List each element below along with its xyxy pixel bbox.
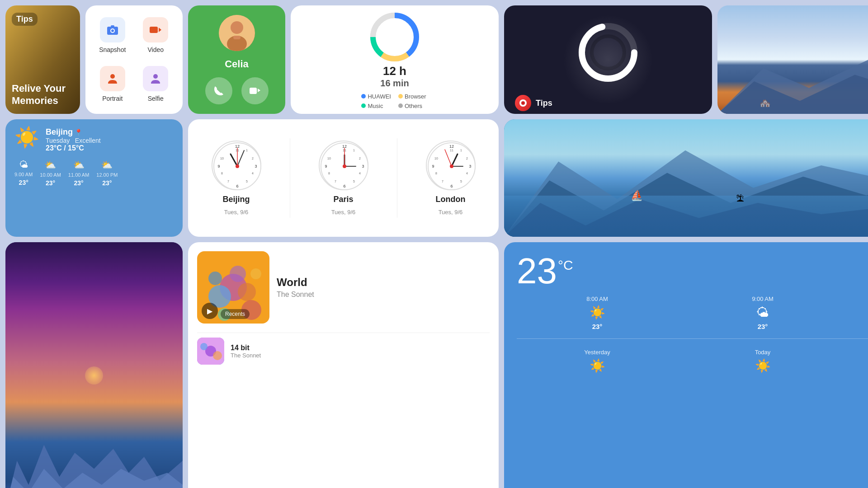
video-icon	[143, 17, 168, 42]
clock-london: 12 3 6 9 11 1 2 4 5 7 8 10	[426, 141, 476, 216]
music-art-2[interactable]	[197, 338, 224, 365]
svg-point-86	[238, 283, 256, 301]
widget-clocks: 12 3 6 9 11 1 2 4 5 7 8 10	[188, 119, 499, 237]
music-play-btn[interactable]: ▶	[202, 303, 218, 319]
selfie-icon	[143, 66, 168, 91]
svg-text:6: 6	[236, 184, 238, 188]
svg-text:3: 3	[362, 164, 364, 169]
camera-video[interactable]: Video	[136, 13, 176, 58]
svg-point-2	[111, 29, 114, 32]
wl-divider	[517, 338, 868, 339]
music-track-2: 14 bit The Sonnet	[197, 333, 490, 365]
weather-small-city: Beijing 📍	[46, 127, 174, 137]
svg-text:8: 8	[435, 172, 437, 175]
svg-text:12: 12	[449, 144, 453, 149]
screen-time-mins: 16 min	[380, 78, 409, 89]
legend-others: Others	[405, 103, 422, 109]
svg-text:1: 1	[246, 149, 248, 152]
svg-rect-3	[111, 25, 114, 27]
svg-text:5: 5	[353, 180, 355, 183]
widget-tips-1[interactable]: Tips Relive Your Memories	[5, 5, 80, 114]
portrait-icon	[100, 66, 125, 91]
weather-small-day: Tuesday Excellent	[46, 137, 174, 144]
widget-music: ▶ Recents World The Sonnet 14 bit The So…	[188, 242, 499, 488]
wl-hour-2: 10:00 AM 🌤 23°	[848, 296, 868, 330]
svg-text:7: 7	[335, 180, 336, 183]
clock-beijing-date: Tues, 9/6	[224, 209, 249, 216]
clock-beijing-face: 12 3 6 9 11 1 2 4 5 7 8 10	[212, 141, 261, 190]
camera-snapshot[interactable]: Snapshot	[93, 13, 132, 58]
svg-text:2: 2	[252, 157, 254, 160]
music-info-2: 14 bit The Sonnet	[231, 344, 261, 359]
svg-point-89	[250, 268, 261, 279]
clock-separator-1	[290, 138, 290, 218]
wl-temp-display: 23 °C	[517, 253, 573, 289]
svg-text:9: 9	[432, 164, 434, 169]
svg-point-94	[200, 343, 208, 350]
svg-marker-13	[258, 89, 260, 92]
svg-text:3: 3	[469, 164, 471, 169]
svg-point-77	[450, 164, 453, 168]
widget-landscape: ⛵ 🏝	[504, 119, 868, 237]
tips1-label: Tips	[12, 13, 38, 26]
svg-text:5: 5	[460, 180, 462, 183]
svg-text:9: 9	[325, 164, 327, 169]
celia-call-btn[interactable]	[205, 77, 232, 104]
svg-text:6: 6	[343, 184, 345, 188]
svg-rect-12	[250, 88, 257, 94]
svg-text:5: 5	[246, 180, 248, 183]
wl-temp: 23	[517, 253, 557, 289]
celia-video-btn[interactable]	[241, 77, 269, 104]
music-art-1[interactable]: ▶ Recents	[197, 251, 269, 324]
celia-name: Celia	[225, 58, 249, 70]
svg-point-9	[231, 21, 243, 34]
snapshot-icon	[100, 17, 125, 42]
svg-point-6	[110, 74, 115, 79]
music-recents-label[interactable]: Recents	[221, 309, 250, 319]
svg-text:6: 6	[450, 184, 453, 188]
widget-celia[interactable]: Celia	[188, 5, 285, 114]
svg-text:8: 8	[221, 172, 223, 175]
wl-day-2: Tomorrow ☀️	[848, 349, 868, 373]
svg-rect-11	[233, 36, 241, 39]
widget-camera: Snapshot Video Portrait	[85, 5, 183, 114]
svg-rect-4	[150, 27, 158, 33]
weather-hour-3: ⛅ 12.00 PM 23°	[96, 160, 118, 187]
widget-weather-large: 23 °C Beijing 📍 Tuesday Excellent 23°C /…	[504, 242, 868, 488]
weather-hour-0: 🌤 9.00 AM 23°	[14, 160, 33, 187]
clock-london-city: London	[436, 195, 466, 204]
svg-text:7: 7	[442, 180, 443, 183]
wl-day-0: Yesterday ☀️	[517, 349, 678, 373]
music-title-2: 14 bit	[231, 344, 261, 352]
clock-london-date: Tues, 9/6	[439, 209, 463, 216]
camera-portrait[interactable]: Portrait	[93, 61, 132, 107]
screen-time-hours: 12 h	[380, 64, 409, 78]
camera-selfie[interactable]: Selfie	[136, 61, 176, 107]
clock-beijing-city: Beijing	[222, 195, 250, 204]
music-title-1: World	[277, 276, 490, 289]
tips2-tips-icon	[515, 95, 531, 111]
video-label: Video	[147, 46, 164, 53]
weather-hourly: 🌤 9.00 AM 23° ⛅ 10.00 AM 23° ⛅ 11.00 AM …	[14, 160, 174, 187]
svg-text:10: 10	[327, 157, 331, 160]
widget-tips-2[interactable]: Tips A Brand-new Home Screen	[504, 5, 712, 114]
clock-london-face: 12 3 6 9 11 1 2 4 5 7 8 10	[426, 141, 476, 190]
widget-screen-time: 12 h 16 min HUAWEI Browser Music Others	[291, 5, 499, 114]
music-track-1: ▶ Recents World The Sonnet	[197, 251, 490, 324]
tips1-text: Relive Your Memories	[12, 83, 80, 107]
clock-paris-city: Paris	[333, 195, 353, 204]
widget-winter: 🏘️	[717, 5, 868, 114]
widget-purple-sky	[5, 242, 183, 488]
svg-text:1: 1	[353, 149, 355, 152]
svg-text:7: 7	[227, 180, 229, 183]
legend-music: Music	[368, 103, 383, 109]
widget-weather-small: ☀️ Beijing 📍 Tuesday Excellent 23°C / 15…	[5, 119, 183, 237]
svg-text:4: 4	[359, 172, 361, 175]
svg-text:10: 10	[220, 157, 224, 160]
weather-hour-1: ⛅ 10.00 AM 23°	[40, 160, 61, 187]
svg-point-95	[213, 351, 222, 360]
wl-hour-1: 9:00 AM 🌤 23°	[682, 296, 843, 330]
wl-hour-0: 8:00 AM ☀️ 23°	[517, 296, 678, 330]
svg-point-88	[208, 272, 222, 285]
svg-text:1: 1	[460, 149, 462, 152]
